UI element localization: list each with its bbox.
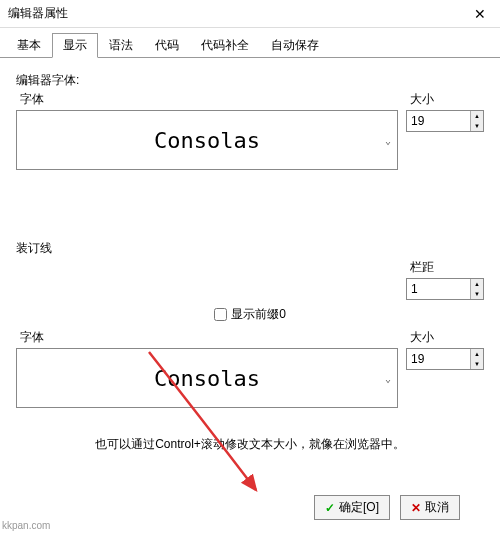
editor-font-section-label: 编辑器字体:: [16, 72, 484, 89]
editor-font-value: Consolas: [154, 128, 260, 153]
close-icon: ✕: [474, 6, 486, 22]
spinner-down-icon[interactable]: ▼: [471, 121, 483, 131]
tab-content: 编辑器字体: 字体 大小 Consolas ⌄ ▲ ▼ 装订线: [0, 58, 500, 453]
gutter-font-value: Consolas: [154, 366, 260, 391]
titlebar: 编辑器属性 ✕: [0, 0, 500, 28]
ok-button[interactable]: ✓ 确定[O]: [314, 495, 390, 520]
tab-code[interactable]: 代码: [144, 33, 190, 58]
close-button[interactable]: ✕: [468, 2, 492, 26]
gutter-size-label: 大小: [406, 329, 484, 346]
cancel-label: 取消: [425, 499, 449, 516]
hint-text: 也可以通过Control+滚动修改文本大小，就像在浏览器中。: [16, 436, 484, 453]
tab-basic[interactable]: 基本: [6, 33, 52, 58]
editor-font-size-spinner[interactable]: ▲ ▼: [406, 110, 484, 132]
ok-label: 确定[O]: [339, 499, 379, 516]
editor-font-size-input[interactable]: [407, 111, 470, 131]
window-title: 编辑器属性: [8, 5, 68, 22]
watermark: kkpan.com: [2, 520, 50, 531]
check-icon: ✓: [325, 501, 335, 515]
gutter-font-size-input[interactable]: [407, 349, 470, 369]
show-prefix-label: 显示前缀0: [231, 306, 286, 323]
gutter-font-select[interactable]: Consolas ⌄: [16, 348, 398, 408]
spinner-up-icon[interactable]: ▲: [471, 111, 483, 121]
gutter-section-label: 装订线: [16, 240, 484, 257]
gutter-margin-input[interactable]: [407, 279, 470, 299]
size-label: 大小: [406, 91, 484, 108]
gutter-font-size-spinner[interactable]: ▲ ▼: [406, 348, 484, 370]
chevron-down-icon: ⌄: [385, 373, 391, 384]
gutter-margin-spinner[interactable]: ▲ ▼: [406, 278, 484, 300]
tab-completion[interactable]: 代码补全: [190, 33, 260, 58]
tab-autosave[interactable]: 自动保存: [260, 33, 330, 58]
tab-syntax[interactable]: 语法: [98, 33, 144, 58]
tab-display[interactable]: 显示: [52, 33, 98, 58]
show-prefix-checkbox[interactable]: [214, 308, 227, 321]
x-icon: ✕: [411, 501, 421, 515]
dialog-buttons: ✓ 确定[O] ✕ 取消: [314, 495, 460, 520]
font-label: 字体: [16, 91, 398, 108]
spinner-up-icon[interactable]: ▲: [471, 279, 483, 289]
cancel-button[interactable]: ✕ 取消: [400, 495, 460, 520]
tab-bar: 基本 显示 语法 代码 代码补全 自动保存: [0, 28, 500, 58]
spinner-down-icon[interactable]: ▼: [471, 289, 483, 299]
margin-label: 栏距: [406, 259, 484, 276]
editor-font-select[interactable]: Consolas ⌄: [16, 110, 398, 170]
spinner-up-icon[interactable]: ▲: [471, 349, 483, 359]
chevron-down-icon: ⌄: [385, 135, 391, 146]
gutter-font-label: 字体: [16, 329, 398, 346]
spinner-down-icon[interactable]: ▼: [471, 359, 483, 369]
